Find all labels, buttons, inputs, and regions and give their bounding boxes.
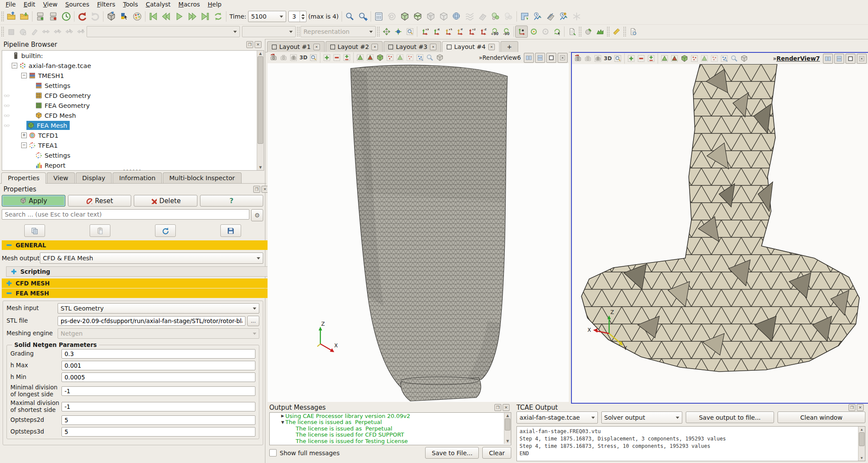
- split-vertical-button[interactable]: [535, 53, 545, 63]
- clear-button[interactable]: Clear: [482, 447, 511, 459]
- tcae-output-close-button[interactable]: [857, 404, 864, 411]
- render-view-6[interactable]: 3D »RenderView6: [268, 52, 569, 402]
- select-block-button[interactable]: [415, 53, 425, 62]
- tab-view[interactable]: View: [47, 172, 74, 183]
- glyph-sphere-button[interactable]: [450, 10, 463, 23]
- console-scrollbar[interactable]: ▲ ▼: [858, 427, 865, 461]
- color-by-combobox[interactable]: [87, 26, 240, 37]
- view-plus-x-button[interactable]: +X: [419, 26, 430, 37]
- message-row[interactable]: The license is issued for Testing Licens…: [270, 438, 511, 444]
- max-division-input[interactable]: [61, 402, 255, 411]
- loop-button[interactable]: [212, 10, 225, 23]
- tree-row-fea-geometry[interactable]: FEA Geometry: [2, 100, 264, 110]
- rescale-temporal-button[interactable]: t: [63, 26, 75, 37]
- optsteps2d-input[interactable]: [61, 415, 255, 425]
- glyph-filter-button[interactable]: [489, 10, 502, 23]
- group-datasets-button[interactable]: [502, 10, 515, 23]
- plot-selection-over-time-button[interactable]: [557, 10, 570, 23]
- tree-scrollbar[interactable]: ▲ ▼: [257, 51, 264, 170]
- render-view-7-canvas[interactable]: Z X Y: [572, 64, 868, 403]
- spin-down-icon[interactable]: [301, 17, 305, 19]
- visibility-eye-icon[interactable]: [3, 102, 10, 109]
- tree-row-tcfd1[interactable]: + TCFD1: [2, 130, 264, 140]
- color-palette-button[interactable]: [131, 10, 144, 23]
- threshold-filter-button[interactable]: [424, 10, 437, 23]
- camera-link-button[interactable]: [583, 54, 593, 63]
- camera-link-button[interactable]: [279, 53, 288, 62]
- show-center-axes-button[interactable]: [528, 26, 539, 37]
- solver-console[interactable]: axial-fan-stage.FREQ03.vtu Step 4, time …: [516, 426, 865, 461]
- select-cells-on-button[interactable]: [355, 53, 365, 62]
- redo-button[interactable]: [89, 10, 102, 23]
- disconnect-server-button[interactable]: [47, 10, 60, 23]
- hmin-input[interactable]: [61, 372, 255, 382]
- menu-macros[interactable]: Macros: [174, 0, 204, 8]
- toolbar-grip[interactable]: [1, 26, 4, 37]
- apply-button[interactable]: Apply: [2, 195, 65, 207]
- clean-window-button[interactable]: Clean window: [778, 411, 866, 423]
- view-plus-y-button[interactable]: +Y: [442, 26, 454, 37]
- tab-layout-2[interactable]: Layout #2: [326, 41, 383, 52]
- view-minus-y-button[interactable]: -Y: [454, 26, 465, 37]
- close-layout-icon[interactable]: [430, 44, 436, 50]
- close-layout-icon[interactable]: [488, 44, 495, 50]
- expand-icon[interactable]: +: [21, 133, 27, 138]
- maximize-view-button[interactable]: [546, 53, 556, 63]
- calculator-filter-button[interactable]: [372, 10, 385, 23]
- rotate-90-ccw-button[interactable]: -90: [500, 26, 512, 37]
- zoom-to-box-button[interactable]: [309, 53, 318, 62]
- spin-up-icon[interactable]: [301, 14, 305, 16]
- tab-properties[interactable]: Properties: [1, 172, 46, 184]
- mesh-output-combobox[interactable]: CFD & FEA Mesh: [40, 253, 263, 264]
- menu-filters[interactable]: Filters: [93, 0, 119, 8]
- show-orientation-axes-button[interactable]: [515, 26, 528, 38]
- scroll-up-icon[interactable]: ▲: [861, 427, 863, 432]
- collapse-arrow-icon[interactable]: [280, 420, 285, 424]
- color-legend-button[interactable]: [594, 26, 606, 37]
- representation-sphere-button[interactable]: [16, 26, 28, 37]
- min-division-input[interactable]: [61, 386, 255, 396]
- close-view-button[interactable]: [558, 53, 568, 63]
- pipeline-float-button[interactable]: [246, 41, 253, 48]
- visibility-eye-icon[interactable]: [3, 92, 10, 99]
- representation-combobox[interactable]: Representation: [300, 26, 376, 37]
- messages-list[interactable]: Using CAE Processor library version 20.0…: [269, 412, 511, 445]
- toggle-interaction-mode-button[interactable]: 3D: [603, 54, 613, 63]
- view-minus-z-button[interactable]: -Z: [477, 26, 489, 37]
- scripting-section-header[interactable]: Scripting: [6, 266, 268, 277]
- case-combobox[interactable]: axial-fan-stage.tcae: [516, 411, 598, 424]
- tab-information[interactable]: Information: [113, 172, 162, 183]
- reset-button[interactable]: Reset: [68, 195, 132, 207]
- collapse-icon[interactable]: −: [21, 142, 27, 148]
- previous-frame-button[interactable]: [160, 10, 173, 23]
- hover-points-button[interactable]: [425, 53, 435, 62]
- delete-button[interactable]: Delete: [134, 195, 197, 207]
- tree-row-tmesh1[interactable]: − TMESH1: [2, 71, 264, 81]
- tab-layout-3[interactable]: Layout #3: [384, 41, 441, 52]
- rescale-range-button[interactable]: [40, 26, 52, 37]
- render-view-7[interactable]: 3D »RenderView7: [571, 52, 868, 404]
- render-view-6-canvas[interactable]: Z X: [268, 63, 569, 402]
- optsteps3d-input[interactable]: [61, 427, 255, 437]
- save-to-file-button[interactable]: Save to File...: [425, 447, 479, 459]
- hmax-input[interactable]: [61, 361, 255, 370]
- adjust-camera-button[interactable]: [573, 54, 583, 63]
- mesh-input-combobox[interactable]: STL Geometry: [58, 303, 259, 314]
- tree-row-tfea-settings[interactable]: Settings: [2, 150, 264, 160]
- menu-view[interactable]: View: [39, 0, 61, 8]
- render-view-6-label[interactable]: »RenderView6: [477, 54, 523, 61]
- select-cells-through-button[interactable]: [680, 54, 689, 63]
- last-frame-button[interactable]: [199, 10, 212, 23]
- tree-row-tmesh-settings[interactable]: Settings: [2, 81, 264, 91]
- clip-filter-button[interactable]: [398, 10, 411, 23]
- general-section-header[interactable]: GENERAL: [2, 240, 268, 250]
- collapse-icon[interactable]: −: [12, 63, 17, 68]
- zoom-to-box-button[interactable]: [613, 54, 623, 63]
- hover-cells-button[interactable]: [435, 53, 445, 62]
- copy-properties-button[interactable]: [24, 224, 45, 237]
- menu-help[interactable]: Help: [204, 0, 226, 8]
- split-view-button[interactable]: [518, 10, 531, 23]
- capture-screenshot-button[interactable]: [289, 53, 298, 62]
- auto-apply-button[interactable]: [105, 10, 118, 23]
- adjust-camera-button[interactable]: [566, 26, 578, 37]
